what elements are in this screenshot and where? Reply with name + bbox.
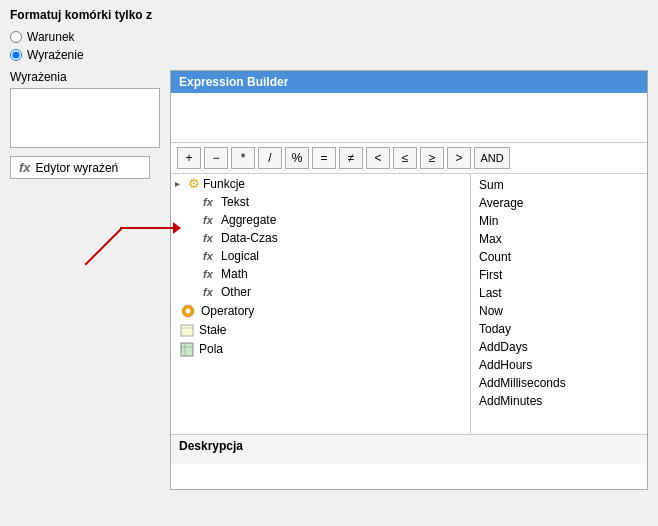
- value-min[interactable]: Min: [471, 212, 647, 230]
- tree-panel: ▸ ⚙ Funkcje fx Tekst fx Aggregate fx: [171, 174, 471, 434]
- fx-math-icon: fx: [199, 268, 217, 280]
- radio-wyrażenie[interactable]: [10, 49, 22, 61]
- stale-label: Stałe: [199, 323, 226, 337]
- less-equals-button[interactable]: ≤: [393, 147, 417, 169]
- value-count[interactable]: Count: [471, 248, 647, 266]
- svg-rect-4: [181, 343, 193, 356]
- value-adddays[interactable]: AddDays: [471, 338, 647, 356]
- not-equals-button[interactable]: ≠: [339, 147, 363, 169]
- fx-logical-icon: fx: [199, 250, 217, 262]
- tree-item-logical[interactable]: fx Logical: [171, 247, 470, 265]
- funkcje-label: Funkcje: [203, 177, 245, 191]
- math-label: Math: [221, 267, 248, 281]
- value-average[interactable]: Average: [471, 194, 647, 212]
- value-sum[interactable]: Sum: [471, 176, 647, 194]
- tree-item-other[interactable]: fx Other: [171, 283, 470, 301]
- value-addhours[interactable]: AddHours: [471, 356, 647, 374]
- tekst-label: Tekst: [221, 195, 249, 209]
- funkcje-folder-icon: ⚙: [188, 176, 200, 191]
- and-button[interactable]: AND: [474, 147, 510, 169]
- fx-icon: fx: [19, 160, 31, 175]
- expression-builder-title: Expression Builder: [171, 71, 647, 93]
- edytor-wyrażeń-button[interactable]: fx Edytor wyrażeń: [10, 156, 150, 179]
- less-button[interactable]: <: [366, 147, 390, 169]
- pola-label: Pola: [199, 342, 223, 356]
- radio-wyrażenie-label: Wyrażenie: [27, 48, 84, 62]
- other-label: Other: [221, 285, 251, 299]
- minus-button[interactable]: −: [204, 147, 228, 169]
- expression-builder: Expression Builder + − * / % = ≠ < ≤ ≥ >…: [170, 70, 648, 490]
- panel-title: Formatuj komórki tylko z: [10, 8, 648, 22]
- svg-point-1: [186, 309, 191, 314]
- expression-input-area[interactable]: [171, 93, 647, 143]
- value-max[interactable]: Max: [471, 230, 647, 248]
- tree-item-stale[interactable]: Stałe: [171, 321, 470, 339]
- wyrażenia-label: Wyrażenia: [10, 70, 165, 84]
- percent-button[interactable]: %: [285, 147, 309, 169]
- logical-label: Logical: [221, 249, 259, 263]
- equals-button[interactable]: =: [312, 147, 336, 169]
- value-last[interactable]: Last: [471, 284, 647, 302]
- greater-equals-button[interactable]: ≥: [420, 147, 444, 169]
- value-addminutes[interactable]: AddMinutes: [471, 392, 647, 410]
- edytor-button-label: Edytor wyrażeń: [36, 161, 119, 175]
- operatory-label: Operatory: [201, 304, 254, 318]
- tree-item-data-czas[interactable]: fx Data-Czas: [171, 229, 470, 247]
- toolbar-row: + − * / % = ≠ < ≤ ≥ > AND: [171, 143, 647, 174]
- tree-item-operatory[interactable]: Operatory: [171, 301, 470, 321]
- radio-warunek-label: Warunek: [27, 30, 75, 44]
- main-content: ▸ ⚙ Funkcje fx Tekst fx Aggregate fx: [171, 174, 647, 434]
- fx-other-icon: fx: [199, 286, 217, 298]
- collapse-arrow: ▸: [175, 178, 185, 189]
- operatory-gear-icon: [179, 303, 197, 319]
- value-now[interactable]: Now: [471, 302, 647, 320]
- tree-item-tekst[interactable]: fx Tekst: [171, 193, 470, 211]
- wyrażenia-box: [10, 88, 160, 148]
- data-czas-label: Data-Czas: [221, 231, 278, 245]
- stale-icon: [179, 323, 195, 337]
- tree-item-pola[interactable]: Pola: [171, 339, 470, 359]
- pola-icon: [179, 341, 195, 357]
- funkcje-section-header[interactable]: ▸ ⚙ Funkcje: [171, 174, 470, 193]
- aggregate-label: Aggregate: [221, 213, 276, 227]
- divide-button[interactable]: /: [258, 147, 282, 169]
- values-panel: Sum Average Min Max Count First Last Now…: [471, 174, 647, 434]
- tree-item-aggregate[interactable]: fx Aggregate: [171, 211, 470, 229]
- value-addmilliseconds[interactable]: AddMilliseconds: [471, 374, 647, 392]
- fx-data-czas-icon: fx: [199, 232, 217, 244]
- tree-item-math[interactable]: fx Math: [171, 265, 470, 283]
- description-panel: Deskrypcja: [171, 434, 647, 464]
- multiply-button[interactable]: *: [231, 147, 255, 169]
- fx-aggregate-icon: fx: [199, 214, 217, 226]
- expression-text-input[interactable]: [175, 97, 643, 138]
- plus-button[interactable]: +: [177, 147, 201, 169]
- greater-button[interactable]: >: [447, 147, 471, 169]
- value-first[interactable]: First: [471, 266, 647, 284]
- radio-warunek[interactable]: [10, 31, 22, 43]
- fx-tekst-icon: fx: [199, 196, 217, 208]
- svg-rect-2: [181, 325, 193, 336]
- value-today[interactable]: Today: [471, 320, 647, 338]
